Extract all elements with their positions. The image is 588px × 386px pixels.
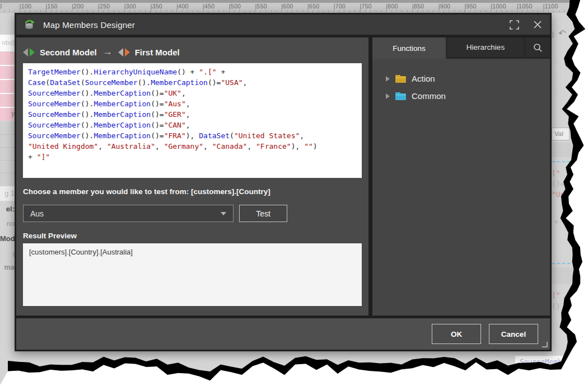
result-preview-value: [customers].[Country].[Australia]: [29, 248, 133, 256]
ruler-number: |1100: [543, 3, 558, 10]
code-line: TargetMember().HierarchyUniqueName() + "…: [28, 67, 357, 77]
ruler-number: |950: [465, 3, 477, 10]
background-text-fragment: · ·: [555, 87, 561, 95]
ruler-number: |1000: [491, 3, 506, 10]
folder-icon: [395, 92, 407, 101]
folder-icon: [395, 74, 407, 83]
tab-functions[interactable]: Functions: [372, 37, 446, 59]
maximize-icon: [510, 20, 519, 30]
screenshot-stage: |50|100|150|200|250|300|350|400|450|500|…: [0, 0, 588, 386]
code-line: Case(DataSet(SourceMember().MemberCaptio…: [28, 77, 357, 88]
dialog-footer: OK Cancel: [16, 318, 550, 350]
result-preview-box: [customers].[Country].[Australia]: [23, 243, 362, 306]
chevron-down-icon: [221, 212, 226, 215]
ruler-number: |600: [281, 3, 293, 10]
dialog-title: Map Members Designer: [43, 20, 135, 30]
background-dashed-line: [552, 161, 571, 162]
background-text-fragment: ): [552, 30, 554, 38]
close-icon: [533, 20, 542, 29]
ruler-number: |750: [360, 3, 372, 10]
member-dropdown[interactable]: Aus: [23, 205, 234, 222]
ruler-number: |200: [72, 3, 83, 10]
background-text-fragment: +: [554, 218, 558, 226]
target-model-icon: [118, 48, 130, 57]
ruler-number: |100: [20, 3, 31, 10]
code-line: SourceMember().MemberCaption()="GER",: [28, 109, 357, 120]
cancel-button[interactable]: Cancel: [489, 324, 538, 344]
ok-button[interactable]: OK: [432, 324, 481, 344]
background-right-fragments: )↶· ·· ·· ·Val["()="Un+["(): [552, 13, 587, 357]
code-line: SourceMember().MemberCaption()="CAN",: [28, 120, 357, 130]
functions-panel: Functions Hierarchies: [372, 37, 550, 316]
ruler-number: |250: [98, 3, 110, 10]
ruler-number: |650: [307, 3, 319, 10]
background-text-fragment: no: [0, 219, 15, 228]
code-line: SourceMember().MemberCaption()="UK",: [28, 88, 357, 98]
tree-item-label: Common: [412, 91, 446, 101]
ruler-number: |850: [412, 3, 424, 10]
ruler-number: |350: [151, 3, 162, 10]
background-text-fragment: el:: [0, 205, 15, 213]
test-button[interactable]: Test: [239, 205, 287, 222]
member-dropdown-value: Aus: [30, 209, 44, 218]
background-box-fragment: [552, 267, 577, 284]
background-code: SourceMember().MemberCaption()="Aus",Sou…: [515, 356, 588, 379]
background-text-fragment: g 1: [0, 189, 15, 197]
code-line: SourceMember().MemberCaption()="Aus",: [28, 98, 357, 109]
ruler-minor-ticks: [0, 10, 588, 12]
ruler-number: |400: [176, 3, 188, 10]
background-text-fragment: · ·: [555, 73, 561, 81]
close-button[interactable]: [532, 19, 543, 30]
ruler-number: |50: [0, 3, 2, 10]
code-line: SourceMember().MemberCaption()="FRA"), D…: [28, 130, 357, 141]
function-tree: Action Common: [372, 59, 550, 105]
code-line: SourceMember().MemberCaption()="Aus",: [520, 357, 588, 366]
expander-icon[interactable]: [386, 93, 390, 99]
ruler-number: |300: [124, 3, 136, 10]
background-text-fragment: [": [552, 291, 561, 299]
ruler-number: |900: [438, 3, 450, 10]
background-dashed-line: [552, 263, 571, 264]
background-text-fragment: ↶: [558, 28, 566, 39]
test-member-prompt: Choose a member you would like to test f…: [23, 187, 362, 196]
source-model-label: Second Model: [40, 48, 97, 57]
background-text-fragment: ()=: [552, 180, 564, 188]
resize-grip[interactable]: [542, 342, 548, 347]
search-icon: [533, 43, 543, 53]
expression-panel: Second Model → First Model TargetMember(…: [16, 37, 368, 316]
tree-item-action[interactable]: Action: [386, 70, 550, 87]
ruler-number: |700: [334, 3, 346, 10]
tree-item-common[interactable]: Common: [386, 87, 550, 105]
background-text-fragment: "Un: [552, 190, 564, 199]
ruler-number: |550: [255, 3, 267, 10]
background-box-fragment: [552, 143, 577, 157]
background-text-fragment: nbs}: [0, 39, 15, 46]
map-members-designer-dialog: Map Members Designer: [15, 13, 552, 351]
ruler: |50|100|150|200|250|300|350|400|450|500|…: [0, 0, 588, 13]
tab-hierarchies[interactable]: Hierarchies: [447, 37, 524, 59]
background-text-fragment: (): [552, 302, 561, 310]
maximize-button[interactable]: [508, 19, 520, 30]
search-button[interactable]: [525, 37, 550, 59]
code-line: + "]": [28, 152, 357, 162]
code-line: SourceMember().MemberCaption()="GER",: [520, 366, 588, 376]
ruler-number: |450: [203, 3, 214, 10]
background-text-fragment: · ·: [555, 59, 561, 67]
code-line: "United Kingdom", "Australia", "Germany"…: [28, 141, 357, 152]
remap-cube-icon: [23, 18, 36, 31]
test-controls: Aus Test: [23, 205, 362, 222]
source-model-icon: [23, 48, 35, 57]
mapping-arrow-icon: →: [102, 46, 113, 58]
expander-icon[interactable]: [386, 76, 390, 82]
background-button-fragment: Val: [552, 128, 570, 140]
ruler-number: |500: [229, 3, 241, 10]
background-text-fragment: [": [552, 169, 561, 177]
background-text-fragment: y: [0, 110, 15, 117]
dialog-titlebar: Map Members Designer: [16, 15, 550, 35]
tree-item-label: Action: [412, 74, 435, 83]
expression-code[interactable]: TargetMember().HierarchyUniqueName() + "…: [23, 63, 362, 178]
background-text-fragment: Mod: [0, 234, 15, 243]
panel-tabs: Functions Hierarchies: [372, 37, 550, 59]
background-text-fragment: l: [0, 250, 15, 258]
ruler-number: |800: [386, 3, 398, 10]
